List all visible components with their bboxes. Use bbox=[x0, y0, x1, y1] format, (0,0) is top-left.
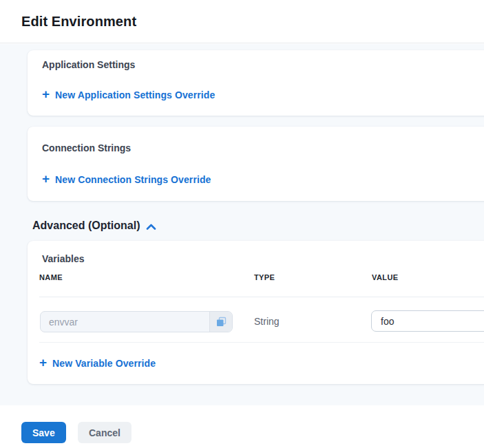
variables-title: Variables bbox=[42, 253, 85, 264]
variables-card: Variables NAME TYPE VALUE String + Ne bbox=[28, 241, 484, 384]
copy-icon bbox=[216, 317, 227, 327]
new-connection-strings-override-label: New Connection Strings Override bbox=[55, 174, 211, 185]
new-application-settings-override-label: New Application Settings Override bbox=[55, 89, 215, 100]
table-row-divider bbox=[39, 342, 484, 343]
cancel-button[interactable]: Cancel bbox=[78, 422, 131, 443]
plus-icon: + bbox=[39, 358, 47, 367]
variable-value-input[interactable] bbox=[371, 310, 484, 332]
chevron-up-icon bbox=[146, 224, 156, 230]
copy-button[interactable] bbox=[209, 312, 232, 332]
page-title: Edit Environment bbox=[21, 14, 136, 30]
new-variable-override-label: New Variable Override bbox=[52, 358, 156, 369]
connection-strings-card: Connection Strings + New Connection Stri… bbox=[28, 127, 484, 201]
plus-icon: + bbox=[42, 89, 50, 99]
new-application-settings-override-link[interactable]: + New Application Settings Override bbox=[42, 89, 215, 100]
connection-strings-title: Connection Strings bbox=[42, 142, 131, 153]
application-settings-title: Application Settings bbox=[42, 59, 135, 70]
plus-icon: + bbox=[42, 174, 50, 184]
new-variable-override-link[interactable]: + New Variable Override bbox=[39, 358, 156, 369]
variable-name-input[interactable] bbox=[41, 312, 209, 332]
edit-environment-page: Edit Environment Application Settings + … bbox=[0, 0, 484, 448]
application-settings-card: Application Settings + New Application S… bbox=[28, 50, 484, 116]
column-header-value: VALUE bbox=[372, 273, 398, 281]
scroll-content[interactable]: Application Settings + New Application S… bbox=[0, 44, 484, 405]
column-header-type: TYPE bbox=[254, 273, 275, 281]
advanced-section-label: Advanced (Optional) bbox=[32, 220, 140, 232]
page-header: Edit Environment bbox=[0, 0, 484, 43]
save-button[interactable]: Save bbox=[21, 422, 66, 443]
footer-actions: Save Cancel bbox=[0, 405, 484, 448]
column-header-name: NAME bbox=[39, 273, 63, 281]
variable-type-text: String bbox=[254, 316, 280, 327]
advanced-section-toggle[interactable]: Advanced (Optional) bbox=[32, 220, 156, 232]
table-header-divider bbox=[39, 297, 484, 297]
new-connection-strings-override-link[interactable]: + New Connection Strings Override bbox=[42, 174, 211, 185]
variable-name-field bbox=[40, 311, 233, 332]
